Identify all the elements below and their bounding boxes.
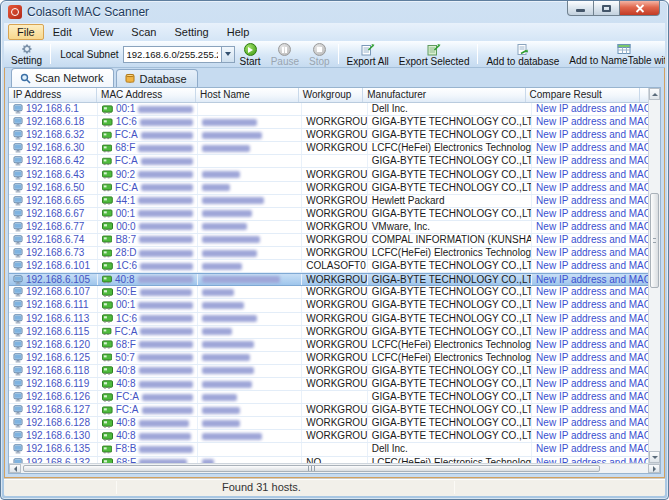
horizontal-scrollbar[interactable] bbox=[9, 463, 660, 473]
tab-scan-network[interactable]: Scan Network bbox=[11, 68, 114, 87]
computer-icon bbox=[13, 314, 23, 324]
magnifier-icon bbox=[20, 73, 31, 84]
computer-icon bbox=[13, 392, 23, 402]
redacted-mac bbox=[140, 263, 193, 270]
hostname-cell bbox=[198, 274, 302, 285]
minimize-button[interactable] bbox=[567, 1, 594, 16]
redacted-hostname bbox=[202, 433, 262, 440]
tab-database[interactable]: Database bbox=[116, 69, 197, 87]
table-row[interactable]: 192.168.6.127FC:AWORKGROUPGIGA-BYTE TECH… bbox=[9, 404, 648, 417]
computer-icon bbox=[13, 143, 23, 153]
column-header-mac-address[interactable]: MAC Address bbox=[97, 88, 196, 102]
column-header-host-name[interactable]: Host Name bbox=[196, 88, 299, 102]
table-row[interactable]: 192.168.6.4390:2WORKGROUPGIGA-BYTE TECHN… bbox=[9, 168, 648, 181]
table-row[interactable]: 192.168.6.10540:8WORKGROUPGIGA-BYTE TECH… bbox=[9, 273, 648, 286]
horizontal-scroll-thumb[interactable] bbox=[23, 465, 600, 472]
redacted-hostname bbox=[202, 132, 262, 139]
table-row[interactable]: 192.168.6.6544:1WORKGROUPHewlett Packard… bbox=[9, 195, 648, 208]
subnet-dropdown-button[interactable] bbox=[221, 46, 235, 63]
table-row[interactable]: 192.168.6.11840:8WORKGROUPGIGA-BYTE TECH… bbox=[9, 365, 648, 378]
table-row[interactable]: 192.168.6.11100:1WORKGROUPGIGA-BYTE TECH… bbox=[9, 299, 648, 312]
menu-setting[interactable]: Setting bbox=[165, 24, 217, 40]
hostname-cell bbox=[198, 260, 302, 272]
vertical-scroll-thumb[interactable] bbox=[650, 193, 659, 288]
compare-result-cell: New IP address and MAC add bbox=[532, 404, 648, 416]
scroll-up-button[interactable] bbox=[649, 88, 660, 100]
ip-cell: 192.168.6.127 bbox=[9, 404, 98, 416]
table-row[interactable]: 192.168.6.12550:7WORKGROUPLCFC(HeFei) El… bbox=[9, 352, 648, 365]
menu-scan[interactable]: Scan bbox=[122, 24, 165, 40]
menu-edit[interactable]: Edit bbox=[44, 24, 81, 40]
table-row[interactable]: 192.168.6.42FC:AGIGA-BYTE TECHNOLOGY CO.… bbox=[9, 155, 648, 168]
table-row[interactable]: 192.168.6.7328:DWORKGROUPLCFC(HeFei) Ele… bbox=[9, 247, 648, 260]
mac-cell: 00:1 bbox=[98, 208, 198, 220]
column-header-workgroup[interactable]: Workgroup bbox=[299, 88, 364, 102]
column-header-ip-address[interactable]: IP Address bbox=[9, 88, 97, 102]
manufacturer-cell: GIGA-BYTE TECHNOLOGY CO.,LTD. bbox=[368, 313, 532, 325]
add-to-nametable-button[interactable]: Add to NameTable with ▾ bbox=[564, 42, 665, 66]
nic-icon bbox=[102, 314, 113, 323]
column-header-manufacturer[interactable]: Manufacturer bbox=[363, 88, 525, 102]
start-button[interactable]: Start bbox=[235, 42, 266, 66]
export-selected-button[interactable]: Export Selected bbox=[394, 42, 475, 66]
mac-cell: 40:8 bbox=[98, 417, 198, 429]
table-row[interactable]: 192.168.6.12840:8WORKGROUPGIGA-BYTE TECH… bbox=[9, 417, 648, 430]
table-row[interactable]: 192.168.6.1131C:6WORKGROUPGIGA-BYTE TECH… bbox=[9, 313, 648, 326]
vertical-scrollbar[interactable] bbox=[648, 88, 660, 463]
table-row[interactable]: 192.168.6.126FC:AGIGA-BYTE TECHNOLOGY CO… bbox=[9, 391, 648, 404]
hostname-cell bbox=[198, 155, 302, 167]
table-row[interactable]: 192.168.6.181C:6WORKGROUPGIGA-BYTE TECHN… bbox=[9, 116, 648, 129]
compare-result-cell: New IP address and MAC add bbox=[532, 208, 648, 220]
add-to-database-button[interactable]: Add to database bbox=[481, 42, 564, 66]
workgroup-cell: WORKGROUP bbox=[302, 208, 367, 220]
table-row[interactable]: 192.168.6.74B8:7WORKGROUPCOMPAL INFORMAT… bbox=[9, 234, 648, 247]
maximize-button[interactable] bbox=[594, 1, 620, 16]
mac-cell: F8:B bbox=[98, 443, 198, 455]
manufacturer-cell: GIGA-BYTE TECHNOLOGY CO.,LTD. bbox=[368, 299, 532, 311]
export-all-button[interactable]: Export All bbox=[342, 42, 394, 66]
subnet-input[interactable] bbox=[123, 46, 221, 63]
redacted-hostname bbox=[202, 276, 280, 283]
setting-button[interactable]: Setting bbox=[6, 42, 47, 66]
mac-cell: FC:A bbox=[98, 326, 198, 338]
host-table: IP AddressMAC AddressHost NameWorkgroupM… bbox=[8, 87, 661, 474]
scroll-right-button[interactable] bbox=[648, 464, 660, 473]
redacted-mac bbox=[139, 420, 189, 427]
table-row[interactable]: 192.168.6.1011C:6COLASOFT0GIGA-BYTE TECH… bbox=[9, 260, 648, 273]
close-button[interactable] bbox=[620, 1, 660, 16]
nic-icon bbox=[102, 131, 112, 140]
table-row[interactable]: 192.168.6.7700:0WORKGROUPVMware, Inc.New… bbox=[9, 221, 648, 234]
table-header: IP AddressMAC AddressHost NameWorkgroupM… bbox=[9, 88, 648, 103]
manufacturer-cell: LCFC(HeFei) Electronics Technology co., … bbox=[368, 339, 532, 351]
manufacturer-cell: Dell Inc. bbox=[368, 443, 532, 455]
table-row[interactable]: 192.168.6.13040:8WORKGROUPGIGA-BYTE TECH… bbox=[9, 430, 648, 443]
compare-result-cell: New IP address and MAC add bbox=[532, 365, 648, 377]
title-bar[interactable]: Colasoft MAC Scanner bbox=[1, 1, 668, 23]
nic-icon bbox=[102, 249, 112, 258]
table-row[interactable]: 192.168.6.135F8:BDell Inc.New IP address… bbox=[9, 443, 648, 456]
table-row[interactable]: 192.168.6.3068:FWORKGROUPLCFC(HeFei) Ele… bbox=[9, 142, 648, 155]
menu-file[interactable]: File bbox=[8, 24, 44, 40]
table-row[interactable]: 192.168.6.115FC:AWORKGROUPGIGA-BYTE TECH… bbox=[9, 326, 648, 339]
ip-cell: 192.168.6.107 bbox=[9, 286, 98, 298]
table-row[interactable]: 192.168.6.6700:1WORKGROUPGIGA-BYTE TECHN… bbox=[9, 208, 648, 221]
mac-cell: FC:A bbox=[98, 391, 198, 403]
table-row[interactable]: 192.168.6.11940:8WORKGROUPGIGA-BYTE TECH… bbox=[9, 378, 648, 391]
table-row[interactable]: 192.168.6.100:1Dell Inc.New IP address a… bbox=[9, 103, 648, 116]
scroll-down-button[interactable] bbox=[649, 451, 660, 463]
manufacturer-cell: Hewlett Packard bbox=[368, 195, 532, 207]
table-row[interactable]: 192.168.6.32FC:AWORKGROUPGIGA-BYTE TECHN… bbox=[9, 129, 648, 142]
redacted-mac bbox=[140, 119, 193, 126]
table-row[interactable]: 192.168.6.10750:EWORKGROUPGIGA-BYTE TECH… bbox=[9, 286, 648, 299]
workgroup-cell: WORKGROUP bbox=[302, 129, 367, 141]
table-row[interactable]: 192.168.6.50FC:AWORKGROUPGIGA-BYTE TECHN… bbox=[9, 182, 648, 195]
column-header-compare-result[interactable]: Compare Result bbox=[526, 88, 640, 102]
scroll-left-button[interactable] bbox=[9, 464, 21, 473]
nic-icon bbox=[102, 301, 113, 310]
redacted-mac bbox=[140, 315, 193, 322]
arrow-left-icon bbox=[11, 466, 17, 472]
menu-help[interactable]: Help bbox=[218, 24, 259, 40]
table-row[interactable]: 192.168.6.12068:FWORKGROUPLCFC(HeFei) El… bbox=[9, 339, 648, 352]
menu-view[interactable]: View bbox=[81, 24, 123, 40]
window-title: Colasoft MAC Scanner bbox=[27, 5, 149, 19]
